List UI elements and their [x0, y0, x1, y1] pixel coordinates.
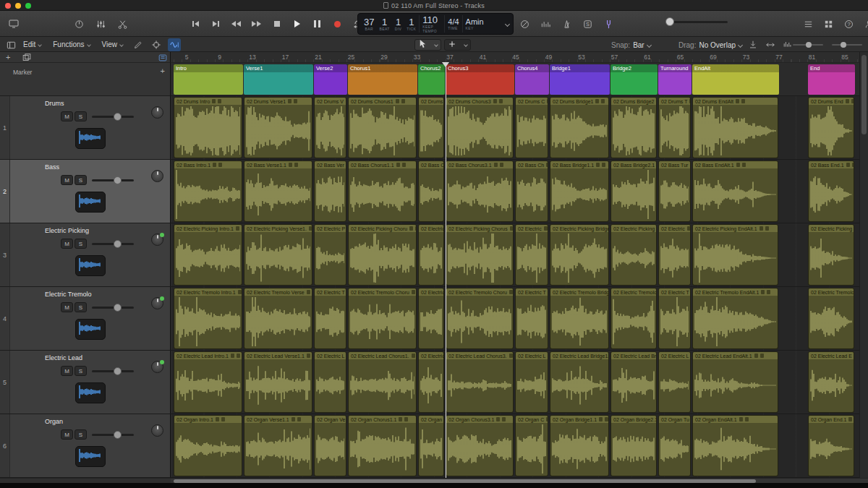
- track-header-electric-tremolo[interactable]: 4Electric TremoloMS: [0, 287, 171, 350]
- audio-region[interactable]: 02 Electric L: [314, 351, 346, 413]
- audio-region[interactable]: 02 Organ EndAlt.1: [692, 415, 778, 476]
- lcd-display[interactable]: 37BAR 1BEAT 1DIV 1TICK 110 KEEP TEMPO 4/…: [357, 13, 514, 35]
- pan-knob[interactable]: [151, 234, 163, 246]
- track-header-drums[interactable]: 1DrumsMS: [0, 96, 171, 159]
- track-icon-button[interactable]: [75, 128, 106, 149]
- audio-region[interactable]: 02 Electric Picking: [610, 224, 657, 286]
- count-in-icon[interactable]: [539, 17, 552, 30]
- playhead-marker[interactable]: [442, 62, 449, 67]
- mute-button[interactable]: M: [61, 239, 73, 249]
- audio-region[interactable]: 02 Electric T: [418, 288, 444, 349]
- menu-edit[interactable]: Edit: [23, 40, 41, 48]
- audio-region[interactable]: 02 Drums T: [658, 97, 691, 158]
- vertical-scrollbar-thumb[interactable]: [861, 55, 867, 134]
- solo-button[interactable]: S: [75, 175, 87, 185]
- menu-functions[interactable]: Functions: [53, 40, 90, 48]
- audio-region[interactable]: 02 Drums Chorus3: [446, 97, 514, 158]
- audio-region[interactable]: 02 Organ C: [515, 415, 548, 476]
- pencil-icon[interactable]: [132, 38, 145, 51]
- audio-region[interactable]: 02 Organ Bridge1.1: [550, 415, 609, 476]
- master-volume-slider[interactable]: [665, 21, 728, 23]
- solo-button[interactable]: S: [75, 239, 87, 249]
- lcd-key-segment[interactable]: Amin KEY: [463, 15, 487, 33]
- bar-ruler[interactable]: 5913172125293337414549535761656973778185: [171, 52, 859, 63]
- audio-region[interactable]: 02 Electric Tremolo Intro.1: [174, 288, 242, 349]
- audio-region[interactable]: 02 Drums C: [418, 97, 444, 158]
- audio-region[interactable]: 02 Electric Lead Verse1.1: [244, 351, 312, 413]
- audio-region[interactable]: 02 Electric Lead Intro.1: [174, 351, 242, 413]
- audio-region[interactable]: 02 Electric Picking: [808, 224, 854, 286]
- zoom-fit-icon[interactable]: [764, 38, 777, 51]
- pan-knob[interactable]: [151, 106, 163, 119]
- audio-region[interactable]: 02 Electric L: [418, 351, 444, 413]
- track-volume-thumb[interactable]: [114, 304, 122, 312]
- audio-region[interactable]: 02 Electric Picking Bridge: [550, 224, 609, 286]
- audio-region[interactable]: 02 Electric T: [515, 288, 548, 349]
- track-header-electric-picking[interactable]: 3Electric PickingMS: [0, 223, 171, 286]
- flex-icon[interactable]: [168, 38, 181, 51]
- forward-button[interactable]: [247, 17, 265, 31]
- audio-region[interactable]: 02 Bass Ver: [314, 160, 346, 222]
- track-header-bass[interactable]: 2BassMS: [0, 160, 171, 223]
- left-click-tool-selector[interactable]: [414, 39, 441, 51]
- audio-region[interactable]: 02 Organ Bridge2.1: [610, 415, 657, 476]
- audio-region[interactable]: 02 Electric Lead E: [808, 351, 854, 413]
- playhead[interactable]: [446, 63, 447, 478]
- audio-region[interactable]: 02 Electric L: [658, 351, 691, 413]
- scissors-icon[interactable]: [116, 17, 129, 30]
- command-click-tool-selector[interactable]: [444, 39, 471, 51]
- mute-button[interactable]: M: [61, 366, 73, 376]
- audio-region[interactable]: 02 Drums End: [808, 97, 854, 158]
- solo-button[interactable]: S: [75, 302, 87, 312]
- marker-chorus2[interactable]: Chorus2: [418, 64, 445, 95]
- pan-knob[interactable]: [151, 297, 163, 309]
- audio-region[interactable]: 02 Bass Verse1.1: [244, 160, 312, 222]
- audio-region[interactable]: 02 Bass Chorus1.1: [348, 160, 417, 222]
- track-volume-thumb[interactable]: [114, 367, 122, 375]
- audio-region[interactable]: 02 Electric Picking Choru: [348, 224, 417, 286]
- horizontal-zoom-slider[interactable]: [832, 44, 862, 46]
- drag-dropdown[interactable]: Drag: No Overlap: [678, 39, 742, 51]
- audio-region[interactable]: 02 Organ Intro.1: [174, 415, 242, 476]
- track-header-electric-lead[interactable]: 5Electric LeadMS: [0, 351, 171, 414]
- pan-knob[interactable]: [151, 170, 163, 182]
- marker-verse1[interactable]: Verse1: [244, 64, 313, 95]
- marker-end[interactable]: End: [808, 64, 855, 95]
- solo-button[interactable]: S: [75, 111, 87, 121]
- audio-region[interactable]: 02 Electric Lead Bri: [610, 351, 657, 413]
- audio-region[interactable]: 02 Drums Chorus1: [348, 97, 417, 158]
- audio-region[interactable]: 02 Electric Picking Intro.1: [174, 224, 242, 286]
- audio-region[interactable]: 02 Drums Verse1: [244, 97, 312, 158]
- pause-button[interactable]: [308, 17, 326, 31]
- audio-region[interactable]: 02 Electric Picking Verse1.: [244, 224, 312, 286]
- solo-button[interactable]: S: [75, 366, 87, 376]
- add-marker-button[interactable]: +: [161, 67, 165, 76]
- solo-button[interactable]: S: [75, 429, 87, 440]
- audio-region[interactable]: 02 Organ Verse1.1: [244, 415, 312, 476]
- lcd-mode-chevron-icon[interactable]: [505, 22, 510, 27]
- audio-region[interactable]: 02 Bass EndAlt.1: [692, 160, 778, 222]
- audio-region[interactable]: 02 Drums C: [515, 97, 548, 158]
- pan-knob[interactable]: [151, 361, 163, 373]
- vertical-zoom-slider[interactable]: [793, 44, 823, 46]
- audio-region[interactable]: 02 Electric Lead Bridge1.1: [550, 351, 609, 413]
- audio-region[interactable]: 02 Organ End.1: [808, 415, 854, 476]
- go-to-end-button[interactable]: [207, 17, 225, 31]
- lcd-position-segment[interactable]: 37BAR 1BEAT 1DIV 1TICK: [361, 15, 420, 33]
- tuner-icon[interactable]: [602, 17, 615, 30]
- lcd-tempo-segment[interactable]: 110 KEEP TEMPO: [420, 15, 445, 33]
- snap-dropdown[interactable]: Snap: Bar: [611, 39, 651, 51]
- audio-region[interactable]: 02 Bass End.1: [808, 160, 854, 222]
- mute-button[interactable]: M: [61, 111, 73, 121]
- audio-region[interactable]: 02 Bass Bridge2.1: [610, 160, 657, 222]
- audio-region[interactable]: 02 Bass Bridge1.1: [550, 160, 609, 222]
- audio-region[interactable]: 02 Electric Tremolo Bridg: [550, 288, 609, 349]
- track-icon-button[interactable]: [75, 319, 106, 340]
- audio-region[interactable]: 02 Bass Ch: [515, 160, 548, 222]
- audio-region[interactable]: 02 Organ Tu: [658, 415, 691, 476]
- marker-chorus3[interactable]: Chorus3: [446, 64, 514, 95]
- audio-region[interactable]: 02 Electric P: [418, 224, 444, 286]
- track-volume-slider[interactable]: [92, 370, 134, 372]
- display-icon[interactable]: [7, 17, 20, 30]
- audio-region[interactable]: 02 Bass Tur: [658, 160, 691, 222]
